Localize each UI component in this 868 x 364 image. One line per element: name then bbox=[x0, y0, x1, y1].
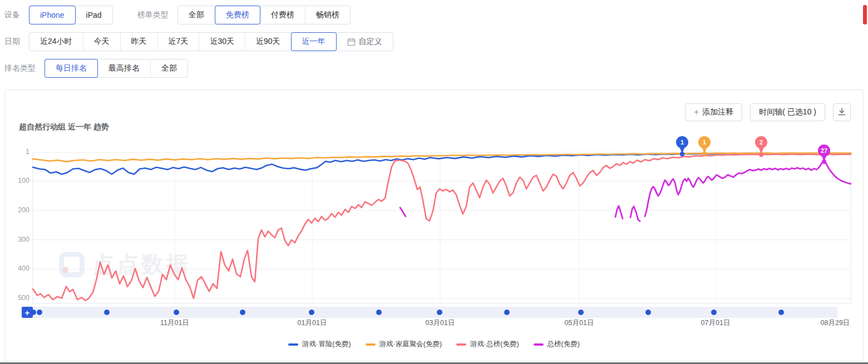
legend-label: 游戏·家庭聚会(免费) bbox=[379, 340, 442, 349]
series-line bbox=[33, 153, 851, 174]
timeline-dot[interactable] bbox=[711, 310, 717, 315]
series-line bbox=[33, 154, 851, 301]
chart-toolbar: + 添加注释 时间轴( 已选10 ) bbox=[685, 103, 851, 121]
y-tick-label: 100 bbox=[5, 177, 29, 185]
timeline-dot[interactable] bbox=[31, 310, 36, 315]
timeline-dot[interactable] bbox=[578, 310, 584, 315]
timeline-dot[interactable] bbox=[645, 310, 651, 315]
board-option-all[interactable]: 全部 bbox=[178, 6, 215, 24]
date-option-24h[interactable]: 近24小时 bbox=[29, 33, 83, 51]
plus-icon: + bbox=[694, 107, 699, 117]
svg-text:2: 2 bbox=[760, 139, 763, 146]
series-line bbox=[615, 206, 623, 219]
y-tick-label: 500 bbox=[5, 294, 29, 302]
y-tick-label: 400 bbox=[5, 265, 29, 272]
rank-option-daily[interactable]: 每日排名 bbox=[45, 59, 98, 77]
board-option-grossing[interactable]: 畅销榜 bbox=[305, 6, 350, 24]
rank-option-peak[interactable]: 最高排名 bbox=[98, 59, 151, 77]
download-button[interactable] bbox=[833, 103, 851, 121]
app-page: 设备 iPhone iPad 榜单类型 全部 免费榜 付费榜 畅销榜 日期 近2… bbox=[0, 0, 868, 364]
date-option-90d[interactable]: 近90天 bbox=[245, 33, 292, 51]
board-option-free[interactable]: 免费榜 bbox=[215, 6, 260, 24]
date-option-30d[interactable]: 近30天 bbox=[199, 33, 245, 51]
chart-legend: 游戏·冒险(免费)游戏·家庭聚会(免费)游戏·总榜(免费)总榜(免费) bbox=[5, 340, 863, 349]
x-tick-label: 01月01日 bbox=[298, 318, 327, 328]
y-tick-label: 1 bbox=[5, 148, 29, 156]
timeline-dot[interactable] bbox=[104, 310, 110, 315]
date-option-7d[interactable]: 近7天 bbox=[158, 33, 200, 51]
timeline-dot[interactable] bbox=[309, 310, 314, 315]
device-option-iphone[interactable]: iPhone bbox=[29, 6, 76, 24]
timeline-strip[interactable] bbox=[33, 307, 837, 318]
legend-swatch bbox=[456, 343, 466, 346]
timeline-dot[interactable] bbox=[376, 310, 382, 315]
rank-option-all[interactable]: 全部 bbox=[151, 59, 188, 77]
timeline-dot[interactable] bbox=[504, 310, 510, 315]
device-label: 设备 bbox=[4, 10, 20, 20]
y-tick-label: 300 bbox=[5, 236, 29, 243]
trend-line-chart: 11227 bbox=[33, 130, 851, 303]
timeline-dot[interactable] bbox=[174, 310, 179, 315]
legend-item[interactable]: 游戏·总榜(免费) bbox=[456, 340, 519, 349]
svg-text:27: 27 bbox=[821, 147, 827, 154]
trend-chart-card: + 添加注释 时间轴( 已选10 ) 超自然行动组 近一年 趋势 点点数据 11 bbox=[4, 89, 864, 361]
plot-area: 1100200300400500 11227 bbox=[33, 152, 851, 303]
board-type-group: 全部 免费榜 付费榜 畅销榜 bbox=[177, 6, 351, 24]
date-custom-label: 自定义 bbox=[359, 37, 382, 47]
date-option-today[interactable]: 今天 bbox=[83, 33, 121, 51]
legend-item[interactable]: 总榜(免费) bbox=[534, 340, 580, 349]
svg-text:1: 1 bbox=[680, 139, 684, 146]
date-option-custom[interactable]: 自定义 bbox=[337, 33, 393, 51]
device-filter-row: 设备 iPhone iPad 榜单类型 全部 免费榜 付费榜 畅销榜 bbox=[4, 6, 351, 24]
date-option-yesterday[interactable]: 昨天 bbox=[121, 33, 158, 51]
legend-item[interactable]: 游戏·冒险(免费) bbox=[288, 340, 351, 349]
add-annotation-label: 添加注释 bbox=[702, 107, 733, 117]
series-line bbox=[400, 208, 406, 217]
add-annotation-button[interactable]: + 添加注释 bbox=[685, 103, 742, 121]
x-tick-label: 07月01日 bbox=[701, 318, 731, 328]
annotation-pin[interactable]: 27 bbox=[818, 144, 830, 164]
rank-type-group: 每日排名 最高排名 全部 bbox=[45, 59, 188, 78]
date-label: 日期 bbox=[4, 37, 20, 47]
device-option-ipad[interactable]: iPad bbox=[76, 6, 112, 24]
legend-swatch bbox=[534, 343, 544, 346]
timeline-button-label: 时间轴( 已选10 ) bbox=[759, 107, 816, 117]
date-filter-row: 日期 近24小时 今天 昨天 近7天 近30天 近90天 近一年 自定义 bbox=[4, 32, 393, 51]
rank-type-filter-row: 排名类型 每日排名 最高排名 全部 bbox=[4, 59, 188, 78]
legend-swatch bbox=[366, 343, 376, 346]
rank-type-label: 排名类型 bbox=[4, 63, 36, 73]
scroll-indicator bbox=[863, 5, 867, 24]
legend-swatch bbox=[288, 343, 298, 346]
legend-item[interactable]: 游戏·家庭聚会(免费) bbox=[366, 340, 442, 349]
x-axis-labels: 11月01日01月01日03月01日05月01日07月01日08月29日 bbox=[33, 318, 851, 328]
device-group: iPhone iPad bbox=[29, 6, 113, 24]
board-option-paid[interactable]: 付费榜 bbox=[260, 6, 305, 24]
x-tick-label: 03月01日 bbox=[426, 318, 455, 328]
calendar-icon bbox=[347, 38, 356, 46]
date-option-1y[interactable]: 近一年 bbox=[292, 33, 337, 51]
x-tick-label: 11月01日 bbox=[160, 318, 189, 328]
timeline-dot[interactable] bbox=[240, 310, 245, 315]
series-line bbox=[645, 161, 851, 216]
timeline-dot[interactable] bbox=[437, 310, 442, 315]
board-type-label: 榜单类型 bbox=[137, 10, 169, 20]
legend-label: 游戏·冒险(免费) bbox=[302, 340, 351, 349]
x-tick-label: 05月01日 bbox=[565, 318, 594, 328]
svg-text:1: 1 bbox=[703, 139, 706, 146]
legend-label: 游戏·总榜(免费) bbox=[470, 340, 519, 349]
x-tick-label: 08月29日 bbox=[821, 318, 850, 328]
legend-label: 总榜(免费) bbox=[548, 340, 580, 349]
timeline-dot[interactable] bbox=[37, 310, 42, 315]
y-tick-label: 200 bbox=[5, 206, 29, 214]
date-group: 近24小时 今天 昨天 近7天 近30天 近90天 近一年 自定义 bbox=[29, 32, 393, 51]
timeline-dot[interactable] bbox=[778, 310, 784, 315]
series-line bbox=[630, 207, 640, 221]
download-icon bbox=[837, 107, 846, 118]
timeline-button[interactable]: 时间轴( 已选10 ) bbox=[750, 103, 825, 121]
